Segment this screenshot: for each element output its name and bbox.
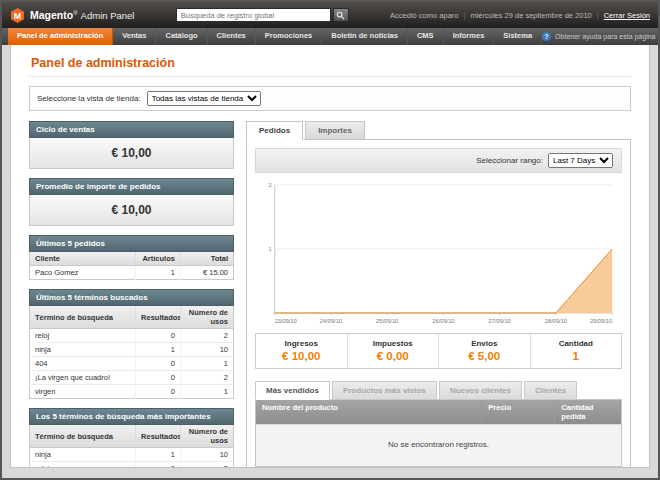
store-view-select[interactable]: Todas las vistas de tienda [147,91,261,106]
last-orders-table: Cliente Artículos Total Paco Gomez 1 € 1… [29,252,234,280]
separator: | [463,11,465,20]
header: M Magento®Admin Panel Accedió como aparo… [2,2,658,28]
table-cell: 0 [136,385,181,399]
last-search-table: Término de búsqueda Resultados Número de… [29,306,234,399]
nav-item-system[interactable]: Sistema [494,28,542,45]
nav-item-catalog[interactable]: Catálogo [156,28,207,45]
nav-item-sales[interactable]: Ventas [113,28,156,45]
total-tax: Impuestos € 0,00 [347,334,439,368]
total-label: Impuestos [350,339,437,348]
separator: | [597,11,599,20]
admin-window: M Magento®Admin Panel Accedió como aparo… [0,0,660,480]
tab-new-customers[interactable]: Nuevos clientes [439,381,522,400]
column-header-qty: Cantidad pedida [555,400,621,424]
total-label: Ingresos [258,339,345,348]
average-orders-value: € 10,00 [29,195,234,226]
tab-orders[interactable]: Pedidos [246,121,303,140]
table-row[interactable]: reloj 0 2 [30,329,234,343]
chart-area: 1223/09/1024/09/1025/09/1026/09/1027/09/… [255,177,622,327]
svg-text:28/09/10: 28/09/10 [545,318,567,324]
tab-customers[interactable]: Clientes [524,381,577,400]
nav-item-newsletter[interactable]: Boletín de noticias [322,28,408,45]
magento-logo[interactable]: M Magento®Admin Panel [10,8,134,23]
table-row[interactable]: ninja 1 10 [30,448,234,462]
top-search-title: Los 5 términos de búsqueda más important… [29,408,234,425]
bestsellers-grid: Nombre del producto Precio Cantidad pedi… [255,399,622,467]
total-value: 1 [533,350,620,362]
total-value: € 5,00 [441,350,528,362]
range-select[interactable]: Last 7 Days [548,153,613,168]
nav-item-customers[interactable]: Clientes [208,28,256,45]
question-circle-icon: ? [542,32,551,41]
column-header: Número de usos [180,306,233,329]
lifetime-sales-box: Ciclo de ventas € 10,00 [29,121,234,169]
total-quantity: Cantidad 1 [530,334,622,368]
column-header: Resultados [136,425,181,448]
table-cell: 10 [180,343,233,357]
table-row[interactable]: Paco Gomez 1 € 15.00 [30,266,234,280]
search-button[interactable] [333,8,349,22]
orders-panel: Seleccionar rango: Last 7 Days 1223/09/1… [246,139,631,468]
table-cell: 1 [136,448,181,462]
table-cell: 1 [180,385,233,399]
last-orders-box: Últimos 5 pedidos Cliente Artículos Tota… [29,235,234,280]
table-cell: 2 [180,462,233,469]
range-label: Seleccionar rango: [476,156,543,165]
table-cell: 2 [180,329,233,343]
nav-item-reports[interactable]: Informes [444,28,495,45]
table-cell: 10 [180,448,233,462]
table-cell: ninja [30,343,136,357]
total-shipping: Envios € 5,00 [438,334,530,368]
table-cell: ¡La virgen que cuadro! [30,371,136,385]
column-header: Resultados [136,306,181,329]
table-cell: 404 [30,357,136,371]
nav-item-dashboard[interactable]: Panel de administración [8,28,113,45]
global-search [176,8,349,22]
total-label: Cantidad [533,339,620,348]
last-search-box: Últimos 5 términos buscados Término de b… [29,289,234,399]
table-cell: ninja [30,448,136,462]
average-orders-title: Promedio de importe de pedidos [29,178,234,195]
help-link[interactable]: ? Obtener ayuda para esta página [542,28,660,45]
column-header: Término de búsqueda [30,306,136,329]
grid-header: Nombre del producto Precio Cantidad pedi… [256,400,621,424]
nav-item-promotions[interactable]: Promociones [256,28,323,45]
table-cell: virgen [30,385,136,399]
empty-records-message: No se encontraron registros. [256,424,621,466]
table-row[interactable]: 404 0 1 [30,357,234,371]
total-value: € 0,00 [350,350,437,362]
column-header-price: Precio [482,400,555,424]
svg-text:M: M [14,11,22,21]
column-header-product: Nombre del producto [256,400,482,424]
svg-text:26/09/10: 26/09/10 [432,318,454,324]
nav-item-cms[interactable]: CMS [408,28,444,45]
table-cell: 2 [180,371,233,385]
logo-subtitle: Admin Panel [81,10,135,21]
svg-text:29/09/10: 29/09/10 [590,318,612,324]
global-search-input[interactable] [176,8,331,22]
table-row[interactable]: ¡La virgen que cuadro! 0 2 [30,371,234,385]
svg-text:2: 2 [268,182,271,188]
table-row[interactable]: ninja 1 10 [30,343,234,357]
logout-link[interactable]: Cerrar Sesión [604,11,650,20]
range-bar: Seleccionar rango: Last 7 Days [255,148,622,173]
table-row[interactable]: reloj 0 2 [30,462,234,469]
table-row[interactable]: virgen 0 1 [30,385,234,399]
tab-most-viewed[interactable]: Productos más vistos [332,381,437,400]
chart-tabs: Pedidos Importes [246,121,631,140]
magento-logo-icon: M [10,8,25,23]
store-switcher: Seleccione la vista de tienda: Todas las… [29,86,631,111]
help-label: Obtener ayuda para esta página [555,33,655,40]
tab-bestsellers[interactable]: Más vendidos [255,381,330,400]
dashboard-columns: Ciclo de ventas € 10,00 Promedio de impo… [29,121,631,468]
table-cell: reloj [30,462,136,469]
right-column: Pedidos Importes Seleccionar rango: Last… [246,121,631,468]
table-cell: 0 [136,462,181,469]
average-orders-box: Promedio de importe de pedidos € 10,00 [29,178,234,226]
table-cell: 0 [136,371,181,385]
table-cell: 1 [180,357,233,371]
top-search-box: Los 5 términos de búsqueda más important… [29,408,234,468]
tab-amounts[interactable]: Importes [305,121,365,140]
svg-text:27/09/10: 27/09/10 [489,318,511,324]
table-cell: 0 [136,329,181,343]
